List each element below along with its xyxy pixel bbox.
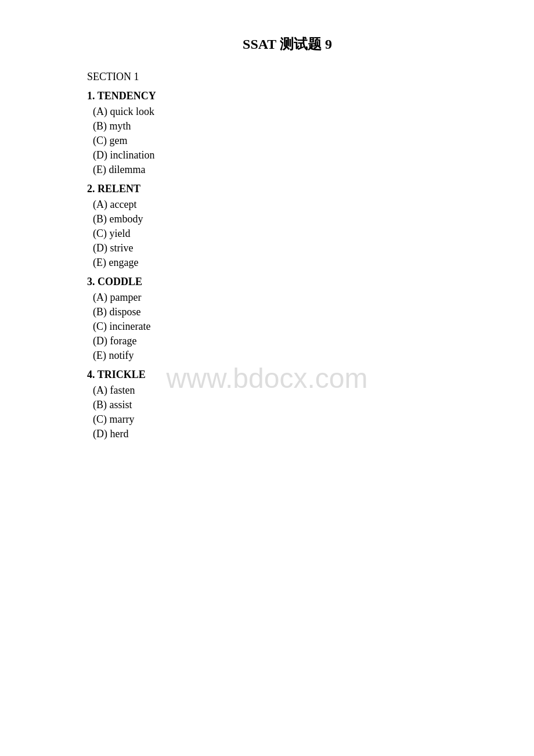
answer-option-q2-(C): (C) yield	[87, 228, 488, 240]
answer-option-q3-(D): (D) forage	[87, 335, 488, 347]
answer-option-q4-(D): (D) herd	[87, 428, 488, 440]
questions-container: 1. TENDENCY(A) quick look(B) myth(C) gem…	[87, 90, 488, 440]
answer-option-q2-(B): (B) embody	[87, 213, 488, 225]
answer-option-q1-(C): (C) gem	[87, 135, 488, 147]
answer-option-q1-(B): (B) myth	[87, 120, 488, 132]
answer-option-q2-(A): (A) accept	[87, 199, 488, 211]
answer-option-q1-(A): (A) quick look	[87, 106, 488, 118]
question-title-4: 4. TRICKLE	[87, 369, 488, 381]
answer-option-q4-(C): (C) marry	[87, 413, 488, 426]
answer-option-q4-(A): (A) fasten	[87, 384, 488, 397]
answer-option-q3-(B): (B) dispose	[87, 306, 488, 318]
answer-option-q1-(E): (E) dilemma	[87, 164, 488, 176]
answer-option-q2-(D): (D) strive	[87, 242, 488, 254]
answer-option-q3-(E): (E) notify	[87, 350, 488, 362]
question-title-2: 2. RELENT	[87, 183, 488, 195]
question-title-1: 1. TENDENCY	[87, 90, 488, 102]
question-title-3: 3. CODDLE	[87, 276, 488, 288]
answer-option-q2-(E): (E) engage	[87, 257, 488, 269]
answer-option-q4-(B): (B) assist	[87, 399, 488, 411]
page-title: SSAT 测试题 9	[87, 35, 488, 53]
answer-option-q1-(D): (D) inclination	[87, 149, 488, 161]
answer-option-q3-(C): (C) incinerate	[87, 321, 488, 333]
answer-option-q3-(A): (A) pamper	[87, 291, 488, 304]
section-header: SECTION 1	[87, 71, 488, 83]
